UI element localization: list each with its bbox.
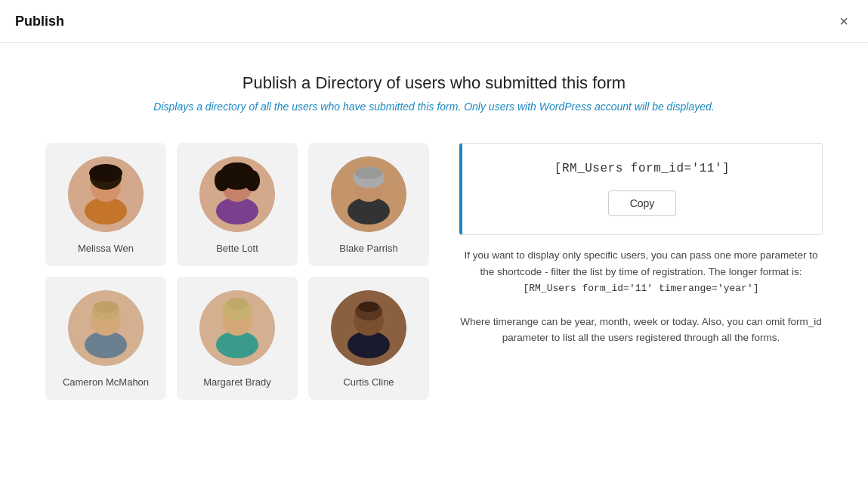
shortcode-box: [RM_Users form_id='11'] Copy — [459, 143, 823, 235]
avatar — [68, 156, 144, 232]
dialog-header: Publish × — [0, 0, 868, 43]
svg-point-4 — [89, 164, 122, 182]
avatar — [199, 156, 275, 232]
user-name: Bette Lott — [216, 243, 258, 254]
shortcode-info: If you want to display only specific use… — [459, 247, 823, 346]
svg-point-31 — [358, 302, 379, 312]
avatar — [199, 290, 275, 366]
copy-button[interactable]: Copy — [608, 190, 677, 216]
avatar — [331, 290, 406, 366]
shortcode-panel: [RM_Users form_id='11'] Copy If you want… — [459, 143, 823, 346]
user-card: Curtis Cline — [308, 277, 429, 400]
svg-point-11 — [222, 163, 252, 178]
user-card: Melissa Wen — [45, 143, 166, 266]
info-text: If you want to display only specific use… — [464, 249, 817, 277]
extra-text: Where timerange can be year, month, week… — [460, 316, 822, 344]
user-name: Melissa Wen — [78, 243, 134, 254]
user-card: Bette Lott — [177, 143, 298, 266]
page-title: Publish a Directory of users who submitt… — [242, 73, 626, 93]
user-grid: Melissa Wen Bette Lott Blake Parrish Cam… — [45, 143, 429, 400]
close-button[interactable]: × — [835, 11, 853, 32]
avatar — [331, 156, 406, 232]
user-card: Cameron McMahon — [45, 277, 166, 400]
user-name: Margaret Brady — [203, 376, 271, 388]
user-name: Blake Parrish — [339, 243, 397, 254]
user-card: Blake Parrish — [308, 143, 429, 266]
page-subtitle: Displays a directory of all the users wh… — [153, 101, 714, 113]
svg-point-21 — [94, 301, 118, 313]
user-name: Cameron McMahon — [63, 376, 149, 388]
dialog-title: Publish — [15, 14, 64, 29]
svg-point-16 — [355, 167, 382, 179]
long-code: [RM_Users form_id='11' timerange='year'] — [523, 283, 758, 294]
shortcode-code: [RM_Users form_id='11'] — [554, 162, 730, 175]
user-name: Curtis Cline — [343, 376, 394, 388]
main-content: Publish a Directory of users who submitt… — [0, 43, 868, 430]
content-row: Melissa Wen Bette Lott Blake Parrish Cam… — [45, 143, 823, 400]
avatar — [68, 290, 144, 366]
user-card: Margaret Brady — [177, 277, 298, 400]
svg-point-26 — [227, 298, 248, 310]
